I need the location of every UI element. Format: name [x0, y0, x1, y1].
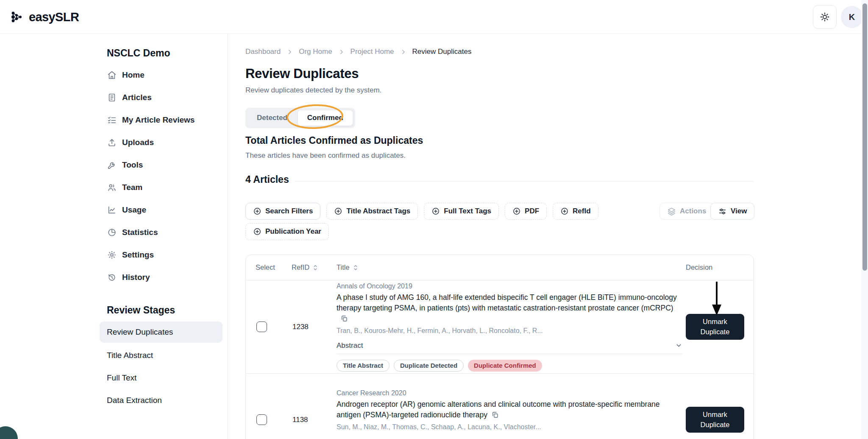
sidebar-item-label: Home — [122, 70, 145, 80]
refid-value: 1138 — [292, 416, 337, 424]
chevron-down-icon — [675, 342, 682, 349]
filter-chips-row-1: Search Filters Title Abstract Tags Full … — [245, 203, 598, 220]
filter-chip-pdf[interactable]: PDF — [505, 203, 547, 220]
decision-cell: Unmark Duplicate — [686, 407, 744, 432]
abstract-expander[interactable]: Abstract — [337, 438, 682, 439]
authors-line: Sun, M., Niaz, M., Thomas, C., Schaap, A… — [337, 423, 682, 431]
upload-icon — [107, 138, 117, 147]
sidebar-item-history[interactable]: History — [107, 266, 217, 288]
column-header-label: RefID — [292, 263, 309, 271]
article-count: 4 Articles — [245, 174, 289, 185]
filter-chip-full-text-tags[interactable]: Full Text Tags — [424, 203, 499, 220]
stage-item-full-text[interactable]: Full Text — [100, 366, 223, 389]
article-title: A phase I study of AMG 160, a half-life … — [337, 292, 682, 324]
tag-row: Title Abstract Duplicate Detected Duplic… — [337, 360, 682, 372]
filter-chip-refid[interactable]: RefId — [553, 203, 598, 220]
page-title: Review Duplicates — [245, 66, 359, 81]
tag-title-abstract: Title Abstract — [337, 360, 389, 372]
tab-detected[interactable]: Detected — [248, 110, 297, 126]
sidebar-item-uploads[interactable]: Uploads — [107, 131, 217, 154]
abstract-label: Abstract — [337, 438, 363, 439]
sidebar-item-label: Tools — [122, 160, 143, 170]
sidebar-item-label: Articles — [122, 93, 152, 102]
easyslr-logo-icon — [10, 10, 25, 24]
pie-chart-icon — [107, 228, 117, 237]
column-header-select: Select — [256, 263, 292, 271]
stage-item-review-duplicates[interactable]: Review Duplicates — [100, 322, 223, 343]
journal-year: Annals of Oncology 2019 — [337, 282, 682, 290]
copy-icon[interactable] — [340, 315, 348, 322]
tab-confirmed[interactable]: Confirmed — [298, 110, 353, 126]
chevron-right-icon — [338, 49, 345, 55]
sidebar-item-label: History — [122, 273, 150, 282]
sidebar-item-my-article-reviews[interactable]: My Article Reviews — [107, 109, 217, 131]
row-checkbox[interactable] — [256, 322, 267, 332]
scrollbar-thumb[interactable] — [862, 3, 867, 271]
copy-icon[interactable] — [491, 411, 499, 419]
authors-line: Tran, B., Kouros-Mehr, H., Fermin, A., H… — [337, 327, 682, 335]
tag-duplicate-confirmed: Duplicate Confirmed — [468, 360, 542, 372]
chevron-right-icon — [287, 49, 293, 55]
sidebar: NSCLC Demo Home Articles My Article Revi… — [0, 34, 228, 439]
sun-icon — [820, 12, 830, 22]
view-button[interactable]: View — [710, 203, 754, 220]
filter-chip-search-filters[interactable]: Search Filters — [245, 203, 320, 220]
checklist-icon — [107, 115, 117, 125]
stage-item-title-abstract[interactable]: Title Abstract — [100, 344, 223, 366]
page-subtitle: Review duplicates detected by the system… — [245, 86, 381, 95]
row-checkbox[interactable] — [256, 414, 267, 425]
filter-chip-label: RefId — [573, 207, 591, 215]
plus-circle-icon — [560, 207, 569, 215]
table-row: 1238 Annals of Oncology 2019 A phase I s… — [246, 280, 754, 374]
sidebar-item-label: Usage — [122, 205, 146, 215]
sidebar-item-team[interactable]: Team — [107, 176, 217, 199]
sidebar-item-statistics[interactable]: Statistics — [107, 221, 217, 243]
filter-chip-label: Publication Year — [265, 227, 321, 236]
sidebar-item-settings[interactable]: Settings — [107, 243, 217, 266]
sidebar-item-home[interactable]: Home — [107, 64, 217, 86]
plus-circle-icon — [334, 207, 342, 215]
sidebar-item-label: Settings — [122, 250, 154, 260]
duplicates-tab-group: Detected Confirmed — [245, 108, 355, 128]
article-icon — [107, 93, 117, 102]
column-header-title[interactable]: Title — [337, 263, 686, 271]
line-chart-icon — [107, 205, 117, 215]
sidebar-item-label: Team — [122, 183, 142, 192]
decision-cell: Unmark Duplicate — [686, 314, 744, 339]
wrench-icon — [107, 160, 117, 170]
plus-circle-icon — [253, 227, 262, 236]
actions-button-label: Actions — [680, 207, 706, 215]
table-row: 1138 Cancer Research 2020 Androgen recep… — [246, 374, 754, 439]
duplicates-table: Select RefID Title Decision 1238 Annals … — [245, 254, 754, 439]
team-icon — [107, 183, 117, 192]
article-cell: Cancer Research 2020 Androgen receptor (… — [337, 389, 686, 439]
article-title-text: A phase I study of AMG 160, a half-life … — [337, 293, 677, 312]
actions-button[interactable]: Actions — [659, 203, 714, 220]
user-avatar[interactable]: K — [841, 6, 863, 28]
stage-item-data-extraction[interactable]: Data Extraction — [100, 389, 223, 411]
sidebar-item-usage[interactable]: Usage — [107, 199, 217, 221]
divider — [295, 181, 754, 182]
filter-chip-publication-year[interactable]: Publication Year — [245, 223, 329, 240]
filter-chip-title-abstract-tags[interactable]: Title Abstract Tags — [326, 203, 418, 220]
column-header-refid[interactable]: RefID — [292, 263, 337, 271]
top-header: easySLR K — [0, 0, 868, 34]
theme-toggle-button[interactable] — [813, 5, 837, 29]
journal-year: Cancer Research 2020 — [337, 389, 682, 397]
section-heading: Total Articles Confirmed as Duplicates — [245, 135, 423, 146]
sidebar-item-tools[interactable]: Tools — [107, 154, 217, 176]
sidebar-item-articles[interactable]: Articles — [107, 86, 217, 109]
sidebar-item-label: My Article Reviews — [122, 115, 195, 125]
unmark-duplicate-button[interactable]: Unmark Duplicate — [686, 407, 744, 432]
sidebar-item-label: Uploads — [122, 138, 154, 147]
breadcrumb-org-home[interactable]: Org Home — [299, 48, 332, 56]
article-title: Androgen receptor (AR) genomic alteratio… — [337, 399, 682, 420]
breadcrumb-dashboard[interactable]: Dashboard — [245, 48, 281, 56]
project-title: NSCLC Demo — [107, 48, 170, 59]
abstract-label: Abstract — [337, 341, 363, 350]
breadcrumb-project-home[interactable]: Project Home — [351, 48, 394, 56]
abstract-expander[interactable]: Abstract — [337, 341, 682, 354]
unmark-duplicate-button[interactable]: Unmark Duplicate — [686, 314, 744, 339]
tag-duplicate-detected: Duplicate Detected — [394, 360, 464, 372]
sort-icon — [353, 264, 359, 271]
